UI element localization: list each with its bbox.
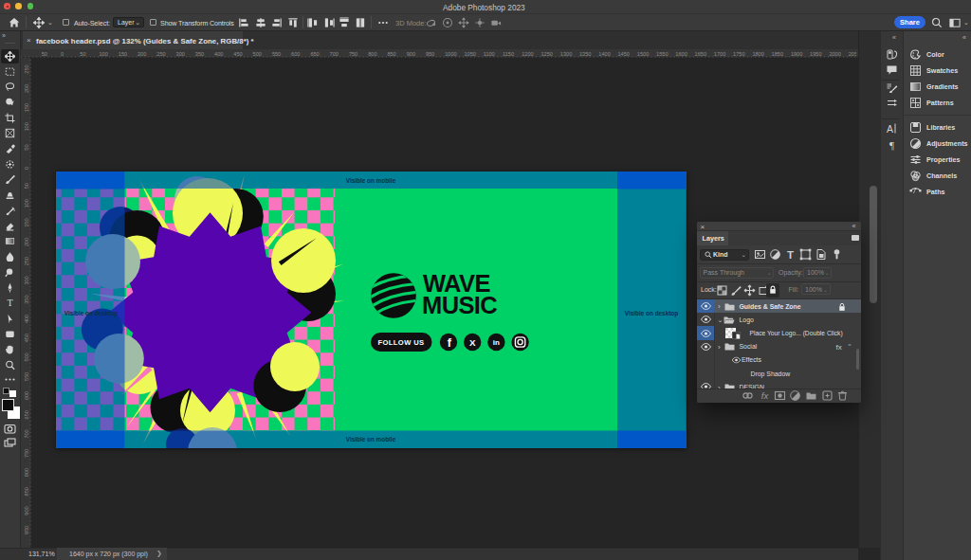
svg-text:150: 150: [119, 51, 127, 57]
svg-text:700: 700: [24, 429, 29, 438]
svg-text:950: 950: [24, 526, 29, 534]
svg-text:1900: 1900: [791, 51, 802, 57]
svg-text:1500: 1500: [637, 51, 649, 57]
svg-text:1450: 1450: [618, 51, 630, 57]
svg-text:350: 350: [24, 295, 29, 303]
svg-text:650: 650: [310, 51, 319, 57]
svg-text:800: 800: [24, 468, 29, 477]
svg-text:100: 100: [100, 51, 108, 57]
svg-text:600: 600: [24, 391, 29, 400]
svg-text:1400: 1400: [598, 51, 610, 57]
svg-text:1700: 1700: [714, 51, 725, 57]
svg-text:T: T: [7, 298, 13, 309]
svg-text:350: 350: [195, 51, 204, 57]
svg-text:1300: 1300: [560, 51, 572, 57]
svg-text:1250: 1250: [541, 51, 553, 57]
svg-text:1750: 1750: [733, 51, 744, 57]
svg-text:750: 750: [349, 51, 357, 57]
svg-text:1100: 1100: [484, 51, 495, 57]
svg-text:0: 0: [61, 51, 64, 57]
svg-text:250: 250: [156, 51, 165, 57]
svg-text:1200: 1200: [522, 51, 533, 57]
svg-text:500: 500: [253, 51, 262, 57]
svg-text:500: 500: [24, 352, 29, 361]
svg-text:MUSIC: MUSIC: [422, 292, 497, 318]
svg-text:250: 250: [24, 257, 29, 265]
svg-text:1000: 1000: [445, 51, 456, 57]
svg-text:650: 650: [24, 410, 29, 419]
svg-text:800: 800: [368, 51, 376, 57]
svg-text:250: 250: [24, 64, 29, 73]
svg-text:50: 50: [24, 144, 29, 150]
svg-text:¶: ¶: [889, 139, 894, 151]
svg-text:850: 850: [387, 51, 395, 57]
svg-text:50: 50: [42, 51, 47, 57]
svg-text:150: 150: [24, 103, 29, 112]
svg-text:1550: 1550: [656, 51, 668, 57]
svg-text:150: 150: [24, 218, 29, 226]
svg-text:Visible on mobile: Visible on mobile: [346, 177, 396, 184]
svg-text:50: 50: [80, 51, 85, 57]
svg-text:300: 300: [176, 51, 185, 57]
svg-text:50: 50: [24, 183, 29, 189]
svg-text:1850: 1850: [772, 51, 783, 57]
svg-text:450: 450: [233, 51, 242, 57]
svg-text:X: X: [469, 337, 476, 348]
svg-text:A: A: [887, 122, 893, 134]
svg-text:550: 550: [24, 372, 29, 381]
svg-text:1650: 1650: [695, 51, 706, 57]
svg-text:700: 700: [330, 51, 339, 57]
svg-text:1800: 1800: [752, 51, 763, 57]
svg-text:1050: 1050: [465, 51, 476, 57]
svg-text:1600: 1600: [675, 51, 687, 57]
svg-text:900: 900: [24, 506, 29, 515]
svg-text:2050: 2050: [849, 51, 856, 57]
svg-text:0: 0: [24, 167, 29, 170]
svg-text:750: 750: [24, 449, 29, 458]
svg-text:850: 850: [24, 487, 29, 496]
svg-text:200: 200: [137, 51, 146, 57]
svg-text:300: 300: [24, 276, 29, 284]
svg-text:950: 950: [426, 51, 434, 57]
svg-text:FOLLOW US: FOLLOW US: [377, 338, 424, 347]
svg-text:450: 450: [24, 334, 29, 342]
svg-text:2000: 2000: [829, 51, 840, 57]
svg-text:200: 200: [24, 84, 29, 93]
svg-text:550: 550: [272, 51, 281, 57]
svg-text:Visible on mobile: Visible on mobile: [346, 436, 396, 443]
svg-text:T: T: [787, 249, 794, 261]
svg-text:fx: fx: [760, 390, 769, 401]
svg-text:in: in: [493, 338, 500, 347]
svg-text:200: 200: [24, 238, 29, 246]
svg-text:1350: 1350: [579, 51, 591, 57]
svg-text:900: 900: [407, 51, 415, 57]
svg-text:400: 400: [214, 51, 223, 57]
svg-text:400: 400: [24, 315, 29, 323]
svg-text:Visible on desktop: Visible on desktop: [64, 310, 118, 317]
svg-text:600: 600: [291, 51, 300, 57]
svg-text:1150: 1150: [503, 51, 514, 57]
svg-text:1950: 1950: [810, 51, 821, 57]
svg-text:100: 100: [24, 199, 29, 208]
svg-text:Visible on desktop: Visible on desktop: [625, 310, 678, 317]
svg-text:100: 100: [24, 122, 29, 131]
